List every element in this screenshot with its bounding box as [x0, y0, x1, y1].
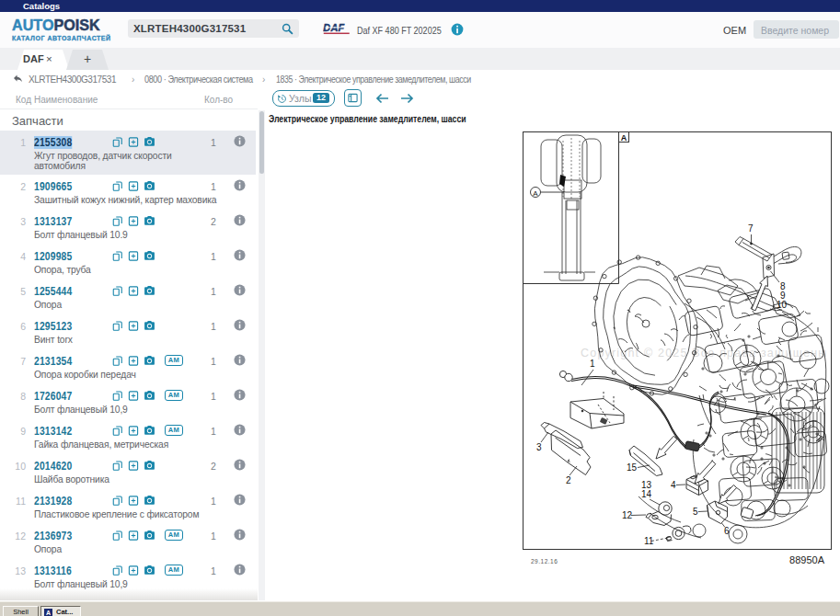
svg-text:3: 3	[536, 442, 542, 452]
svg-text:6: 6	[724, 526, 730, 536]
svg-text:14: 14	[641, 489, 652, 499]
svg-text:A: A	[533, 189, 538, 198]
svg-text:2: 2	[566, 475, 571, 485]
svg-text:15: 15	[627, 462, 638, 473]
svg-text:A: A	[621, 133, 627, 143]
svg-text:5: 5	[693, 507, 698, 517]
svg-text:1: 1	[590, 359, 595, 369]
svg-text:4: 4	[671, 480, 676, 490]
svg-text:10: 10	[777, 300, 788, 310]
svg-text:7: 7	[748, 223, 754, 234]
svg-text:12: 12	[622, 510, 633, 520]
svg-text:29.12.16: 29.12.16	[531, 558, 558, 565]
svg-text:88950A: 88950A	[789, 554, 825, 565]
